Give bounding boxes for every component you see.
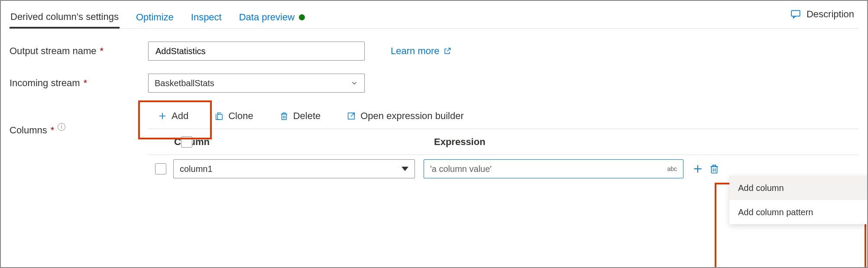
tab-label: Derived column's settings	[10, 11, 119, 23]
output-stream-field[interactable]	[148, 42, 365, 61]
info-icon[interactable]: i	[58, 123, 65, 131]
row-checkbox[interactable]	[155, 163, 166, 174]
columns-toolbar: Add Clone Delete Open expression builder	[148, 103, 858, 129]
header-expression: Expression	[434, 136, 486, 148]
learn-more-label: Learn more	[391, 45, 440, 57]
incoming-stream-value: BasketballStats	[155, 78, 214, 88]
table-row: column1 'a column value' abc	[148, 155, 858, 183]
incoming-stream-select[interactable]: BasketballStats	[148, 74, 365, 93]
select-all-checkbox[interactable]	[181, 136, 192, 148]
tab-data-preview[interactable]: Data preview	[238, 7, 306, 27]
tab-inspect[interactable]: Inspect	[190, 7, 223, 27]
clone-label: Clone	[228, 110, 253, 122]
delete-row-icon[interactable]	[709, 163, 720, 174]
trash-icon	[279, 111, 289, 121]
add-context-menu: Add column Add column pattern	[729, 176, 868, 224]
delete-label: Delete	[293, 110, 321, 122]
external-link-icon	[443, 47, 452, 55]
output-stream-label: Output stream name *	[10, 45, 148, 57]
required-asterisk: *	[51, 125, 55, 136]
output-stream-input[interactable]	[155, 46, 358, 57]
column-name-select[interactable]: column1	[173, 159, 415, 178]
incoming-stream-row: Incoming stream * BasketballStats	[10, 71, 858, 95]
header-column: Column	[174, 136, 434, 148]
required-asterisk: *	[84, 77, 87, 89]
add-row-icon[interactable]	[692, 163, 703, 174]
menu-add-column-pattern[interactable]: Add column pattern	[729, 200, 868, 224]
clone-button[interactable]: Clone	[208, 108, 259, 124]
tab-settings[interactable]: Derived column's settings	[10, 7, 120, 29]
open-builder-icon	[347, 111, 356, 121]
add-label: Add	[172, 110, 188, 122]
tabs-bar: Derived column's settings Optimize Inspe…	[10, 6, 858, 29]
svg-rect-1	[217, 114, 222, 119]
expression-value: 'a column value'	[430, 164, 492, 174]
clone-icon	[214, 111, 224, 121]
menu-add-column[interactable]: Add column	[729, 176, 868, 200]
expression-input[interactable]: 'a column value' abc	[424, 159, 683, 178]
comment-icon	[790, 9, 801, 20]
svg-rect-4	[712, 167, 717, 173]
tab-label: Inspect	[191, 12, 222, 23]
learn-more-link[interactable]: Learn more	[391, 45, 452, 57]
description-label: Description	[806, 9, 854, 20]
open-builder-label: Open expression builder	[360, 110, 463, 122]
add-button[interactable]: Add	[152, 108, 194, 124]
label-text: Columns	[10, 125, 47, 136]
chevron-down-icon	[350, 79, 358, 87]
columns-label: Columns * i	[10, 103, 148, 183]
menu-item-label: Add column pattern	[738, 207, 813, 217]
description-button[interactable]: Description	[790, 9, 854, 20]
incoming-stream-label: Incoming stream *	[10, 77, 148, 89]
tab-label: Optimize	[136, 12, 174, 23]
column-name-value: column1	[180, 164, 213, 174]
label-text: Incoming stream	[10, 77, 80, 89]
columns-table-header: Column Expression	[148, 129, 858, 155]
menu-item-label: Add column	[738, 183, 784, 193]
required-asterisk: *	[100, 45, 104, 57]
label-text: Output stream name	[10, 45, 97, 57]
plus-icon	[158, 111, 167, 121]
tab-label: Data preview	[239, 12, 295, 23]
svg-rect-2	[282, 114, 286, 119]
svg-rect-0	[791, 10, 800, 16]
status-dot-icon	[299, 14, 305, 20]
open-expression-builder-button[interactable]: Open expression builder	[340, 108, 470, 124]
tab-optimize[interactable]: Optimize	[135, 7, 175, 27]
delete-button[interactable]: Delete	[273, 108, 327, 124]
output-stream-row: Output stream name * Learn more	[10, 39, 858, 63]
caret-down-icon	[402, 167, 408, 171]
type-badge: abc	[667, 165, 677, 172]
